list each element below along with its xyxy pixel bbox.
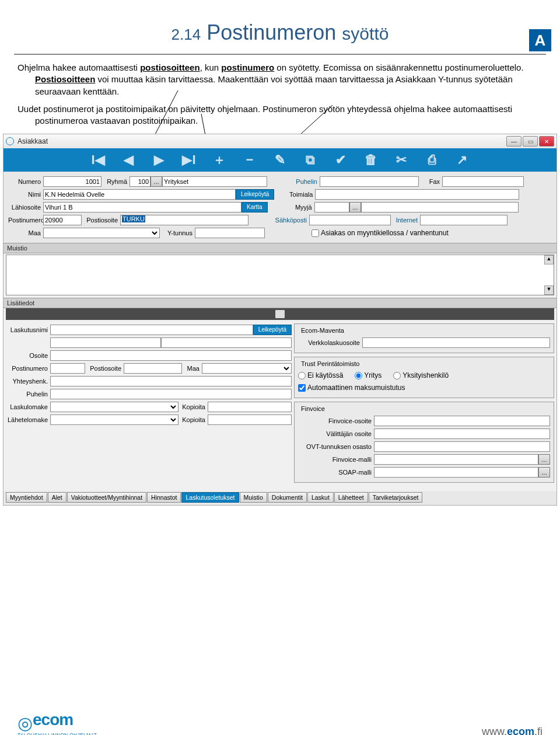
close-button[interactable]: ✕ [539,136,554,147]
tab-l-hetteet[interactable]: Lähetteet [334,492,368,503]
ryhma-field[interactable] [130,176,150,187]
body-text: Ohjelma hakee automaattisesti postiosoit… [18,62,542,127]
tool-icon[interactable]: ✂ [394,153,408,167]
tab-myyntiehdot[interactable]: Myyntiehdot [6,492,47,503]
myyja-lookup-button[interactable]: … [349,202,361,213]
postiosoite2-label: Postiosoite [85,365,124,372]
yritys-radio[interactable] [355,372,362,379]
muistio-textarea[interactable]: ▲ ▼ [6,255,554,295]
yhteyshenk-field[interactable] [50,376,292,386]
auto-check-label[interactable]: Automaattinen maksumuistutus [298,384,405,392]
postiosoite-field[interactable]: TURKU [120,215,249,225]
fax-field[interactable] [442,176,524,187]
toimiala-field[interactable] [315,189,519,200]
ryhma-lookup-button[interactable]: … [150,176,162,187]
toolbar: I◀ ◀ ▶ ▶I ＋ − ✎ ⧉ ✔ 🗑 ✂ ⎙ ↗ [4,148,556,172]
finv-osoite-field[interactable] [374,416,550,426]
finv-osoite-label: Finvoice-osoite [298,417,374,424]
yks-radio-label[interactable]: Yksityishenkilö [393,371,449,379]
scroll-down-button[interactable]: ▼ [544,285,554,295]
page-title: 2.14 Postinumeron syöttö [0,20,560,45]
export-icon[interactable]: ↗ [455,153,469,167]
confirm-icon[interactable]: ✔ [334,153,348,167]
maa2-select[interactable] [202,363,292,374]
puhelin-field[interactable] [320,176,419,187]
ecom-maventa-fieldset: Ecom-Maventa Verkkolaskuosoite [294,323,554,353]
tab-tarviketarjoukset[interactable]: Tarviketarjoukset [369,492,423,503]
tab-laskutusoletukset[interactable]: Laskutusoletukset [181,492,239,503]
internet-label: Internet [391,217,420,224]
document-icon[interactable] [275,310,285,318]
tab-alet[interactable]: Alet [48,492,66,503]
postinumero-field[interactable] [43,215,82,225]
leikepoyta-button[interactable]: Leikepöytä [236,189,274,200]
delete-icon[interactable]: 🗑 [364,153,378,167]
divider [14,54,546,55]
maximize-button[interactable]: ▭ [523,136,538,147]
kielto-checkbox[interactable] [312,229,319,237]
laskulomake-label: Laskulomake [6,403,50,410]
postiosoite2-field[interactable] [124,363,182,374]
internet-field[interactable] [420,215,508,225]
verkkolasku-field[interactable] [362,337,550,348]
yks-radio[interactable] [393,372,401,379]
finv-malli-lookup[interactable]: … [538,454,550,465]
sahkoposti-field[interactable] [309,215,391,225]
ei-radio[interactable] [298,372,306,379]
myyja-name-field[interactable] [361,202,519,213]
soap-lookup[interactable]: … [538,467,550,478]
yritys-radio-label[interactable]: Yritys [355,371,382,379]
valittaja-field[interactable] [374,429,550,439]
laskutusnimi2-field[interactable] [50,337,161,348]
laskutusnimi3-field[interactable] [161,337,292,348]
tab-laskut[interactable]: Laskut [307,492,334,503]
minimize-button[interactable]: — [506,136,522,147]
maa-select[interactable] [43,228,160,238]
puhelin2-label: Puhelin [6,391,50,398]
copy-icon[interactable]: ⧉ [303,153,317,167]
sahkoposti-label: Sähköposti [274,217,309,224]
ryhma-label: Ryhmä [102,178,130,185]
first-icon[interactable]: I◀ [91,153,105,167]
leikepoyta2-button[interactable]: Leikepöytä [253,325,292,335]
kopioita-label: Kopioita [178,403,208,410]
osoite-field[interactable] [50,350,292,361]
add-icon[interactable]: ＋ [212,153,226,167]
tab-vakiotuotteet-myyntihinnat[interactable]: Vakiotuotteet/Myyntihinnat [67,492,146,503]
tab-muistio[interactable]: Muistio [240,492,267,503]
kopioita2-field[interactable] [208,414,292,425]
nimi-field[interactable] [43,189,236,200]
ovt-field[interactable] [374,441,550,452]
postinumero2-field[interactable] [50,363,85,374]
kartta-button[interactable]: Kartta [242,202,268,213]
puhelin2-field[interactable] [50,389,292,399]
prev-icon[interactable]: ◀ [121,153,135,167]
ei-radio-label[interactable]: Ei käytössä [298,371,343,379]
laskutusnimi-field[interactable] [50,325,253,335]
tab-dokumentit[interactable]: Dokumentit [268,492,307,503]
ytunnus-field[interactable] [195,228,265,238]
print-icon[interactable]: ⎙ [425,153,439,167]
soap-field[interactable] [374,467,538,478]
nimi-label: Nimi [8,191,43,198]
lahiosoite-field[interactable] [43,202,242,213]
auto-checkbox[interactable] [298,384,306,392]
badge-a: A [529,29,551,51]
finv-malli-field[interactable] [374,454,538,465]
lahetelomake-select[interactable] [50,414,178,425]
myyja-field[interactable] [314,202,349,213]
app-icon [6,137,14,145]
maa-label: Maa [8,229,43,236]
puhelin-label: Puhelin [290,178,320,185]
tab-hinnastot[interactable]: Hinnastot [147,492,181,503]
next-icon[interactable]: ▶ [152,153,166,167]
laskulomake-select[interactable] [50,402,178,412]
window-title: Asiakkaat [18,137,48,145]
ryhma-name-field[interactable] [162,176,267,187]
remove-icon[interactable]: − [243,153,257,167]
numero-field[interactable] [43,176,102,187]
scroll-up-button[interactable]: ▲ [544,255,554,264]
kopioita-field[interactable] [208,402,292,412]
edit-icon[interactable]: ✎ [273,153,287,167]
last-icon[interactable]: ▶I [182,153,196,167]
